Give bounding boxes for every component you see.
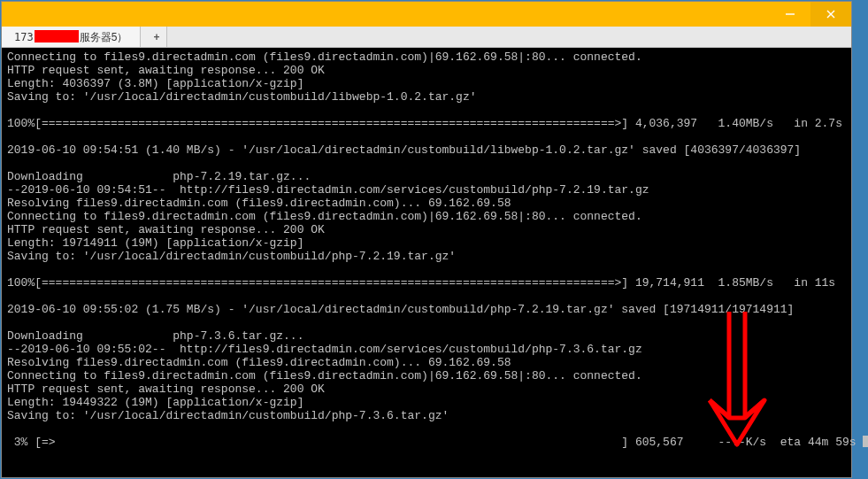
line: 100%[===================================… bbox=[7, 117, 842, 130]
line: 100%[===================================… bbox=[7, 276, 835, 290]
minimize-button[interactable] bbox=[770, 2, 810, 27]
window-titlebar bbox=[2, 2, 851, 27]
line: Length: 4036397 (3.8M) [application/x-gz… bbox=[7, 77, 303, 90]
tab-label-suffix: 服务器5） bbox=[80, 31, 128, 43]
line: Saving to: '/usr/local/directadmin/custo… bbox=[7, 90, 477, 104]
tab-bar: 173服务器5） + bbox=[2, 27, 851, 48]
line: --2019-06-10 09:54:51-- http://files9.di… bbox=[7, 183, 649, 197]
terminal-cursor bbox=[863, 436, 868, 447]
line: Downloading php-7.3.6.tar.gz... bbox=[7, 329, 303, 343]
line: Length: 19449322 (19M) [application/x-gz… bbox=[7, 396, 303, 409]
close-button[interactable] bbox=[810, 2, 851, 27]
tab-server5[interactable]: 173服务器5） bbox=[2, 27, 141, 47]
line: 2019-06-10 09:55:02 (1.75 MB/s) - '/usr/… bbox=[7, 303, 794, 316]
line: HTTP request sent, awaiting response... … bbox=[7, 64, 325, 77]
line: 2019-06-10 09:54:51 (1.40 MB/s) - '/usr/… bbox=[7, 143, 801, 157]
line: 3% [=> ] 605,567 --.-K/s eta 44m 59s bbox=[7, 436, 863, 449]
line: Saving to: '/usr/local/directadmin/custo… bbox=[7, 250, 456, 263]
line: --2019-06-10 09:55:02-- http://files9.di… bbox=[7, 343, 642, 356]
line: Saving to: '/usr/local/directadmin/custo… bbox=[7, 409, 449, 422]
terminal-output[interactable]: Connecting to files9.directadmin.com (fi… bbox=[2, 48, 851, 452]
line: Connecting to files9.directadmin.com (fi… bbox=[7, 50, 642, 64]
line: HTTP request sent, awaiting response... … bbox=[7, 223, 325, 236]
tab-ip-prefix: 173 bbox=[14, 31, 34, 43]
line: Downloading php-7.2.19.tar.gz... bbox=[7, 170, 311, 183]
terminal-window: 173服务器5） + Connecting to files9.directad… bbox=[2, 2, 851, 477]
line: Length: 19714911 (19M) [application/x-gz… bbox=[7, 236, 303, 250]
redaction-mark bbox=[35, 30, 79, 42]
line: Resolving files9.directadmin.com (files9… bbox=[7, 197, 511, 210]
new-tab-button[interactable]: + bbox=[141, 27, 167, 47]
line: Resolving files9.directadmin.com (files9… bbox=[7, 356, 511, 369]
line: HTTP request sent, awaiting response... … bbox=[7, 382, 325, 396]
line: Connecting to files9.directadmin.com (fi… bbox=[7, 369, 642, 382]
line: Connecting to files9.directadmin.com (fi… bbox=[7, 210, 642, 223]
